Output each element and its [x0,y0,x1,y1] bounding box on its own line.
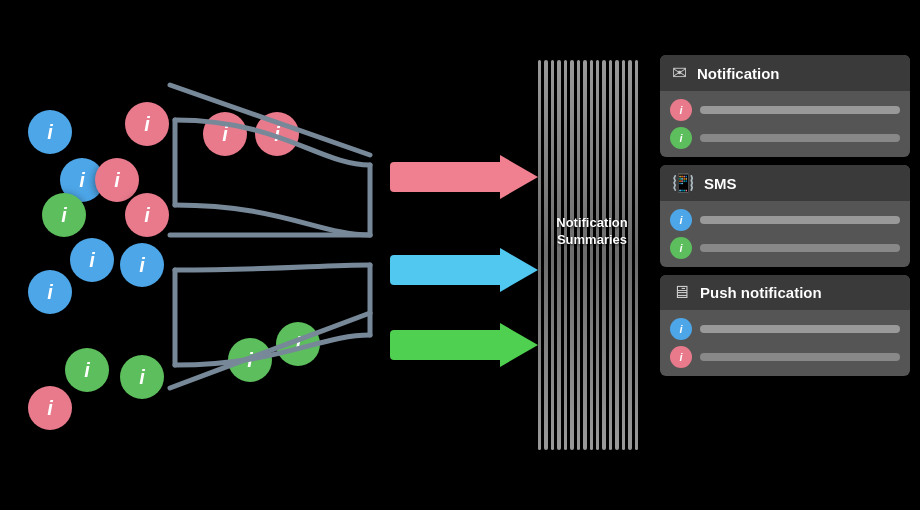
panel-row-line [700,134,900,142]
info-circle-blue-3: i [28,270,72,314]
sms-icon: 📳 [672,172,694,194]
info-circle-green-2: i [65,348,109,392]
bar-16 [635,60,638,450]
bracket-top-svg [160,75,380,235]
bar-2 [544,60,547,450]
info-circle-blue-1: i [28,110,72,154]
sms-panel-body: i i [660,201,910,267]
bracket-bot-svg [160,233,380,398]
bar-12 [609,60,612,450]
panel-row-line [700,244,900,252]
panel-circle-pink: i [670,346,692,368]
notification-panel: ✉ Notification i i [660,55,910,157]
panel-circle-green: i [670,237,692,259]
bar-10 [596,60,599,450]
bar-6 [570,60,573,450]
push-panel-title: Push notification [700,284,822,301]
sms-panel-header: 📳 SMS [660,165,910,201]
panel-row: i [670,209,900,231]
bar-11 [602,60,605,450]
info-circle-green-3: i [120,355,164,399]
panel-row: i [670,237,900,259]
panel-circle-pink: i [670,99,692,121]
panel-circle-green: i [670,127,692,149]
push-icon: 🖥 [672,282,690,303]
bar-4 [557,60,560,450]
bar-5 [564,60,567,450]
bar-13 [615,60,618,450]
info-circle-blue-5: i [120,243,164,287]
panel-row-line [700,353,900,361]
notification-panel-title: Notification [697,65,780,82]
info-circle-pink-4: i [28,386,72,430]
panel-row-line [700,216,900,224]
bar-8 [583,60,586,450]
arrow-blue [390,248,538,292]
push-panel-body: i i [660,310,910,376]
panel-circle-blue: i [670,209,692,231]
sms-panel-title: SMS [704,175,737,192]
main-scene: i i i i i i i i i i i i i i i i [0,0,920,510]
notification-panel-body: i i [660,91,910,157]
panel-row: i [670,127,900,149]
bar-3 [551,60,554,450]
panel-row: i [670,99,900,121]
panel-row: i [670,346,900,368]
bar-14 [622,60,625,450]
info-circle-green-1: i [42,193,86,237]
sms-panel: 📳 SMS i i [660,165,910,267]
bars-container [538,60,638,450]
info-circle-blue-4: i [70,238,114,282]
bar-15 [628,60,631,450]
arrow-pink [390,155,538,199]
panels-container: ✉ Notification i i 📳 SMS [660,55,910,376]
arrow-green [390,323,538,367]
bar-7 [577,60,580,450]
notification-summaries-label: Notification Summaries [547,215,637,249]
info-circle-pink-2: i [95,158,139,202]
push-panel: 🖥 Push notification i i [660,275,910,376]
panel-circle-blue: i [670,318,692,340]
bar-1 [538,60,541,450]
bar-9 [590,60,593,450]
notification-icon: ✉ [672,62,687,84]
notification-panel-header: ✉ Notification [660,55,910,91]
panel-row-line [700,325,900,333]
panel-row-line [700,106,900,114]
panel-row: i [670,318,900,340]
push-panel-header: 🖥 Push notification [660,275,910,310]
